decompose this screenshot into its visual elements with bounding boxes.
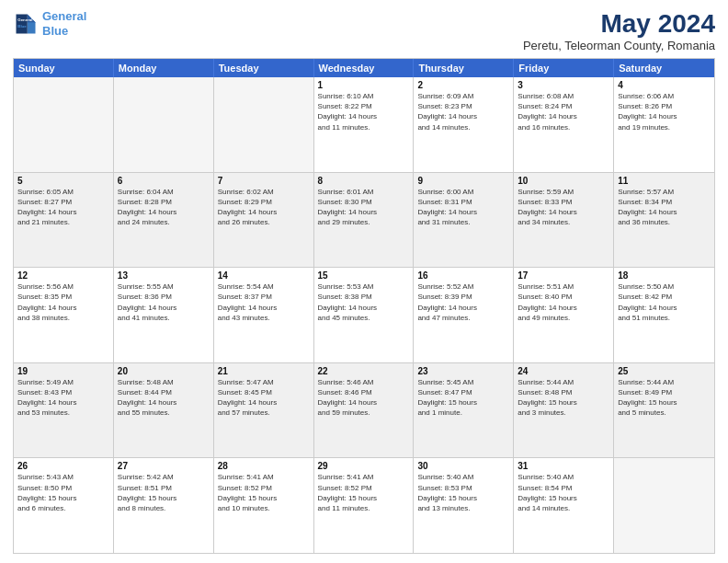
calendar-body: 1Sunrise: 6:10 AM Sunset: 8:22 PM Daylig… bbox=[14, 77, 714, 553]
calendar-cell: 1Sunrise: 6:10 AM Sunset: 8:22 PM Daylig… bbox=[314, 77, 415, 172]
calendar-header-cell: Saturday bbox=[614, 59, 714, 77]
day-info: Sunrise: 5:56 AM Sunset: 8:35 PM Dayligh… bbox=[17, 282, 109, 323]
day-number: 14 bbox=[218, 270, 310, 281]
calendar-header-cell: Tuesday bbox=[214, 59, 314, 77]
day-number: 9 bbox=[417, 176, 509, 186]
calendar-cell: 10Sunrise: 5:59 AM Sunset: 8:33 PM Dayli… bbox=[514, 173, 614, 268]
day-info: Sunrise: 5:54 AM Sunset: 8:37 PM Dayligh… bbox=[218, 282, 310, 323]
day-number: 2 bbox=[417, 80, 509, 90]
day-number: 1 bbox=[318, 80, 410, 90]
day-number: 8 bbox=[318, 176, 410, 186]
calendar-header-cell: Thursday bbox=[414, 59, 514, 77]
day-info: Sunrise: 5:53 AM Sunset: 8:38 PM Dayligh… bbox=[318, 282, 410, 323]
day-number: 16 bbox=[417, 270, 509, 281]
day-number: 18 bbox=[618, 270, 711, 281]
day-info: Sunrise: 5:45 AM Sunset: 8:47 PM Dayligh… bbox=[417, 377, 509, 419]
day-number: 22 bbox=[318, 366, 410, 376]
calendar-cell: 15Sunrise: 5:53 AM Sunset: 8:38 PM Dayli… bbox=[314, 268, 415, 362]
day-info: Sunrise: 5:44 AM Sunset: 8:49 PM Dayligh… bbox=[618, 377, 711, 419]
calendar-cell: 6Sunrise: 6:04 AM Sunset: 8:28 PM Daylig… bbox=[114, 173, 214, 268]
day-info: Sunrise: 5:43 AM Sunset: 8:50 PM Dayligh… bbox=[17, 472, 109, 513]
day-number: 29 bbox=[318, 461, 410, 471]
title-block: May 2024 Peretu, Teleorman County, Roman… bbox=[523, 9, 715, 52]
day-info: Sunrise: 6:09 AM Sunset: 8:23 PM Dayligh… bbox=[417, 91, 509, 132]
calendar-cell: 29Sunrise: 5:41 AM Sunset: 8:52 PM Dayli… bbox=[314, 458, 415, 553]
calendar-cell: 11Sunrise: 5:57 AM Sunset: 8:34 PM Dayli… bbox=[614, 173, 714, 268]
day-info: Sunrise: 5:40 AM Sunset: 8:53 PM Dayligh… bbox=[417, 472, 509, 513]
day-number: 17 bbox=[518, 270, 609, 281]
calendar-row: 1Sunrise: 6:10 AM Sunset: 8:22 PM Daylig… bbox=[14, 77, 714, 172]
svg-text:General: General bbox=[17, 17, 32, 22]
day-info: Sunrise: 5:41 AM Sunset: 8:52 PM Dayligh… bbox=[218, 472, 310, 513]
day-number: 3 bbox=[518, 80, 609, 90]
calendar-cell: 24Sunrise: 5:44 AM Sunset: 8:48 PM Dayli… bbox=[514, 363, 614, 458]
calendar-cell: 26Sunrise: 5:43 AM Sunset: 8:50 PM Dayli… bbox=[14, 458, 114, 553]
day-number: 21 bbox=[218, 366, 310, 376]
calendar-header-cell: Wednesday bbox=[314, 59, 415, 77]
calendar-cell: 30Sunrise: 5:40 AM Sunset: 8:53 PM Dayli… bbox=[414, 458, 514, 553]
logo: General Blue General Blue bbox=[13, 9, 86, 38]
calendar-cell bbox=[114, 77, 214, 172]
calendar-header-cell: Sunday bbox=[14, 59, 114, 77]
day-info: Sunrise: 6:00 AM Sunset: 8:31 PM Dayligh… bbox=[417, 187, 509, 228]
day-info: Sunrise: 5:51 AM Sunset: 8:40 PM Dayligh… bbox=[518, 282, 609, 323]
day-number: 27 bbox=[118, 461, 210, 471]
day-number: 26 bbox=[17, 461, 109, 471]
day-number: 19 bbox=[17, 366, 109, 376]
calendar-cell: 3Sunrise: 6:08 AM Sunset: 8:24 PM Daylig… bbox=[514, 77, 614, 172]
logo-line2: Blue bbox=[42, 24, 68, 38]
day-info: Sunrise: 5:40 AM Sunset: 8:54 PM Dayligh… bbox=[518, 472, 609, 513]
calendar-row: 12Sunrise: 5:56 AM Sunset: 8:35 PM Dayli… bbox=[14, 267, 714, 362]
day-info: Sunrise: 5:46 AM Sunset: 8:46 PM Dayligh… bbox=[318, 377, 410, 419]
calendar-row: 5Sunrise: 6:05 AM Sunset: 8:27 PM Daylig… bbox=[14, 172, 714, 268]
calendar-cell bbox=[614, 458, 714, 553]
day-info: Sunrise: 5:41 AM Sunset: 8:52 PM Dayligh… bbox=[318, 472, 410, 513]
calendar-header: SundayMondayTuesdayWednesdayThursdayFrid… bbox=[14, 59, 714, 77]
day-number: 30 bbox=[417, 461, 509, 471]
day-info: Sunrise: 5:44 AM Sunset: 8:48 PM Dayligh… bbox=[518, 377, 609, 419]
calendar-cell: 5Sunrise: 6:05 AM Sunset: 8:27 PM Daylig… bbox=[14, 173, 114, 268]
calendar-cell: 13Sunrise: 5:55 AM Sunset: 8:36 PM Dayli… bbox=[114, 268, 214, 362]
day-number: 6 bbox=[118, 176, 210, 186]
calendar-row: 26Sunrise: 5:43 AM Sunset: 8:50 PM Dayli… bbox=[14, 457, 714, 553]
day-info: Sunrise: 5:42 AM Sunset: 8:51 PM Dayligh… bbox=[118, 472, 210, 513]
calendar-cell: 31Sunrise: 5:40 AM Sunset: 8:54 PM Dayli… bbox=[514, 458, 614, 553]
calendar-cell: 16Sunrise: 5:52 AM Sunset: 8:39 PM Dayli… bbox=[414, 268, 514, 362]
day-number: 25 bbox=[618, 366, 711, 376]
day-number: 24 bbox=[518, 366, 609, 376]
day-info: Sunrise: 6:06 AM Sunset: 8:26 PM Dayligh… bbox=[618, 91, 711, 132]
day-number: 13 bbox=[118, 270, 210, 281]
day-info: Sunrise: 6:04 AM Sunset: 8:28 PM Dayligh… bbox=[118, 187, 210, 228]
day-number: 11 bbox=[618, 176, 711, 186]
calendar-cell: 28Sunrise: 5:41 AM Sunset: 8:52 PM Dayli… bbox=[214, 458, 314, 553]
main-title: May 2024 bbox=[523, 9, 715, 39]
calendar-cell bbox=[214, 77, 314, 172]
day-info: Sunrise: 6:08 AM Sunset: 8:24 PM Dayligh… bbox=[518, 91, 609, 132]
calendar-cell: 25Sunrise: 5:44 AM Sunset: 8:49 PM Dayli… bbox=[614, 363, 714, 458]
logo-text: General Blue bbox=[42, 9, 86, 38]
calendar-cell: 17Sunrise: 5:51 AM Sunset: 8:40 PM Dayli… bbox=[514, 268, 614, 362]
subtitle: Peretu, Teleorman County, Romania bbox=[523, 39, 715, 52]
calendar-cell: 7Sunrise: 6:02 AM Sunset: 8:29 PM Daylig… bbox=[214, 173, 314, 268]
calendar-header-cell: Monday bbox=[114, 59, 214, 77]
logo-line1: General bbox=[42, 9, 86, 23]
calendar-cell: 14Sunrise: 5:54 AM Sunset: 8:37 PM Dayli… bbox=[214, 268, 314, 362]
calendar-cell: 23Sunrise: 5:45 AM Sunset: 8:47 PM Dayli… bbox=[414, 363, 514, 458]
day-number: 7 bbox=[218, 176, 310, 186]
day-number: 10 bbox=[518, 176, 609, 186]
calendar-cell: 4Sunrise: 6:06 AM Sunset: 8:26 PM Daylig… bbox=[614, 77, 714, 172]
day-info: Sunrise: 5:59 AM Sunset: 8:33 PM Dayligh… bbox=[518, 187, 609, 228]
day-info: Sunrise: 5:48 AM Sunset: 8:44 PM Dayligh… bbox=[118, 377, 210, 419]
day-info: Sunrise: 5:49 AM Sunset: 8:43 PM Dayligh… bbox=[17, 377, 109, 419]
day-info: Sunrise: 5:47 AM Sunset: 8:45 PM Dayligh… bbox=[218, 377, 310, 419]
day-number: 31 bbox=[518, 461, 609, 471]
header: General Blue General Blue May 2024 Peret… bbox=[13, 9, 715, 52]
calendar-cell bbox=[14, 77, 114, 172]
calendar-cell: 8Sunrise: 6:01 AM Sunset: 8:30 PM Daylig… bbox=[314, 173, 415, 268]
day-number: 20 bbox=[118, 366, 210, 376]
calendar-cell: 9Sunrise: 6:00 AM Sunset: 8:31 PM Daylig… bbox=[414, 173, 514, 268]
calendar-cell: 19Sunrise: 5:49 AM Sunset: 8:43 PM Dayli… bbox=[14, 363, 114, 458]
calendar-cell: 20Sunrise: 5:48 AM Sunset: 8:44 PM Dayli… bbox=[114, 363, 214, 458]
day-number: 15 bbox=[318, 270, 410, 281]
day-info: Sunrise: 5:57 AM Sunset: 8:34 PM Dayligh… bbox=[618, 187, 711, 228]
